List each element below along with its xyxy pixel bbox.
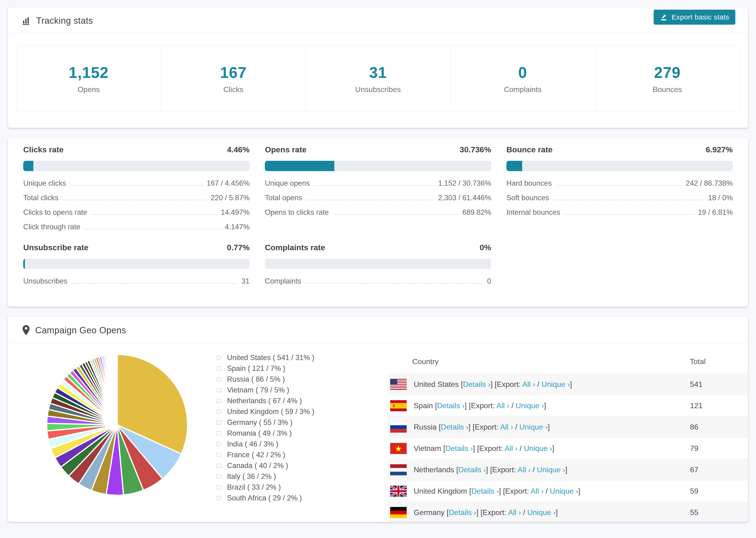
dotted-leader bbox=[62, 200, 207, 200]
legend-item: Germany ( 55 / 3% ) bbox=[217, 418, 314, 427]
export-all-link[interactable]: All › bbox=[522, 380, 535, 389]
export-unique-link[interactable]: Unique › bbox=[550, 487, 578, 495]
export-unique-link[interactable]: Unique › bbox=[537, 465, 566, 474]
stat-value: 31 bbox=[369, 64, 387, 81]
rate-value: 30.736% bbox=[460, 145, 491, 154]
country-name: Vietnam bbox=[414, 444, 441, 453]
details-link[interactable]: Details › bbox=[445, 444, 473, 453]
pie-slice[interactable] bbox=[117, 354, 117, 425]
total-cell: 79 bbox=[690, 438, 748, 459]
details-link[interactable]: Details › bbox=[463, 380, 490, 389]
legend-label: Spain ( 121 / 7% ) bbox=[227, 364, 285, 373]
legend-label: France ( 42 / 2% ) bbox=[227, 451, 285, 459]
rate-progress-bar bbox=[265, 161, 491, 171]
country-column-header: Country bbox=[388, 350, 690, 374]
export-all-link[interactable]: All › bbox=[518, 465, 531, 474]
legend-label: United Kingdom ( 59 / 3% ) bbox=[227, 407, 314, 416]
country-flag bbox=[390, 464, 406, 475]
tracking-stats-header: Tracking stats Export basic stats bbox=[8, 7, 748, 33]
geo-opens-pie-chart bbox=[44, 352, 190, 498]
rate-progress-fill bbox=[265, 161, 334, 171]
legend-item: Canada ( 40 / 2% ) bbox=[217, 461, 314, 470]
table-row: United States [Details ›] [Export: All ›… bbox=[388, 374, 748, 395]
export-unique-link[interactable]: Unique › bbox=[519, 423, 548, 431]
rate-detail-row: Total clicks 220 / 5.87% bbox=[23, 194, 249, 202]
table-row: Vietnam [Details ›] [Export: All › / Uni… bbox=[388, 438, 748, 459]
legend-item: France ( 42 / 2% ) bbox=[217, 451, 314, 459]
export-all-link[interactable]: All › bbox=[508, 508, 521, 517]
rate-title: Bounce rate bbox=[507, 145, 553, 154]
legend-label: United States ( 541 / 31% ) bbox=[227, 353, 314, 362]
country-name: United States bbox=[414, 380, 459, 389]
details-link[interactable]: Details › bbox=[458, 465, 486, 474]
total-cell: 55 bbox=[690, 502, 748, 522]
rate-row-label: Clicks to opens rate bbox=[23, 208, 87, 217]
details-link[interactable]: Details › bbox=[441, 423, 468, 431]
dotted-leader bbox=[553, 200, 704, 200]
legend-label: India ( 46 / 3% ) bbox=[227, 440, 279, 448]
rate-detail-row: Click through rate 4.147% bbox=[23, 223, 249, 231]
dotted-leader bbox=[306, 200, 435, 200]
rate-row-value: 14.497% bbox=[221, 208, 249, 217]
legend-color-swatch bbox=[217, 399, 221, 403]
dotted-leader bbox=[84, 229, 221, 229]
rate-block: Complaints rate 0% Complaints 0 bbox=[265, 243, 491, 286]
tracking-stats-card: Tracking stats Export basic stats 1,152 … bbox=[8, 7, 748, 128]
rate-row-value: 31 bbox=[242, 277, 249, 286]
total-cell: 59 bbox=[690, 480, 748, 502]
legend-item: South Africa ( 29 / 2% ) bbox=[217, 494, 314, 502]
dotted-leader bbox=[564, 214, 694, 215]
export-button-label: Export basic stats bbox=[672, 13, 729, 21]
country-name: Spain bbox=[414, 402, 433, 410]
export-unique-link[interactable]: Unique › bbox=[524, 444, 552, 453]
dotted-leader bbox=[313, 185, 434, 186]
country-name: United Kingdom bbox=[414, 487, 467, 495]
stat-value: 167 bbox=[220, 64, 246, 81]
legend-color-swatch bbox=[217, 366, 221, 371]
rate-detail-row: Clicks to opens rate 14.497% bbox=[23, 208, 249, 217]
map-pin-icon bbox=[22, 325, 30, 336]
legend-label: Brazil ( 33 / 2% ) bbox=[227, 483, 281, 492]
table-row: Germany [Details ›] [Export: All › / Uni… bbox=[388, 502, 748, 522]
export-all-link[interactable]: All › bbox=[505, 444, 517, 453]
details-link[interactable]: Details › bbox=[471, 487, 499, 495]
export-unique-link[interactable]: Unique › bbox=[515, 402, 544, 410]
summary-stat: 167 Clicks bbox=[161, 46, 306, 112]
legend-color-swatch bbox=[217, 431, 221, 435]
export-basic-stats-button[interactable]: Export basic stats bbox=[654, 10, 735, 25]
bar-chart-icon bbox=[22, 17, 31, 26]
legend-label: South Africa ( 29 / 2% ) bbox=[227, 494, 302, 502]
details-link[interactable]: Details › bbox=[437, 402, 465, 410]
rate-row-value: 0 bbox=[487, 277, 491, 286]
export-unique-link[interactable]: Unique › bbox=[541, 380, 570, 389]
export-all-link[interactable]: All › bbox=[531, 487, 544, 495]
legend-label: Germany ( 55 / 3% ) bbox=[227, 418, 293, 427]
rate-value: 6.927% bbox=[706, 145, 733, 154]
rate-block: Clicks rate 4.46% Unique clicks 167 / 4.… bbox=[23, 145, 249, 231]
legend-item: United Kingdom ( 59 / 3% ) bbox=[217, 407, 314, 416]
rate-value: 4.46% bbox=[227, 145, 249, 154]
rate-row-label: Internal bounces bbox=[507, 208, 560, 217]
dotted-leader bbox=[305, 283, 483, 284]
legend-item: United States ( 541 / 31% ) bbox=[217, 353, 314, 362]
rate-detail-row: Internal bounces 19 / 6.81% bbox=[507, 208, 733, 217]
campaign-geo-opens-card: Campaign Geo Opens United States ( 541 /… bbox=[8, 316, 748, 522]
export-all-link[interactable]: All › bbox=[496, 402, 509, 410]
export-all-link[interactable]: All › bbox=[500, 423, 513, 431]
geo-title: Campaign Geo Opens bbox=[35, 325, 126, 336]
export-unique-link[interactable]: Unique › bbox=[527, 508, 556, 517]
legend-label: Vietnam ( 79 / 5% ) bbox=[227, 386, 289, 394]
rate-row-label: Hard bounces bbox=[507, 179, 552, 188]
rate-row-value: 689.82% bbox=[462, 208, 491, 217]
country-flag bbox=[390, 507, 406, 518]
dotted-leader bbox=[333, 214, 459, 215]
rates-card: Clicks rate 4.46% Unique clicks 167 / 4.… bbox=[8, 138, 748, 307]
details-link[interactable]: Details › bbox=[449, 508, 476, 517]
summary-stats-row: 1,152 Opens 167 Clicks 31 Unsubscribes 0… bbox=[16, 45, 740, 112]
legend-item: Italy ( 36 / 2% ) bbox=[217, 472, 314, 481]
rate-progress-fill bbox=[23, 161, 33, 171]
rate-block: Unsubscribe rate 0.77% Unsubscribes 31 bbox=[23, 243, 249, 286]
total-cell: 86 bbox=[690, 416, 748, 438]
country-name: Netherlands bbox=[414, 465, 454, 474]
legend-color-swatch bbox=[217, 377, 221, 381]
